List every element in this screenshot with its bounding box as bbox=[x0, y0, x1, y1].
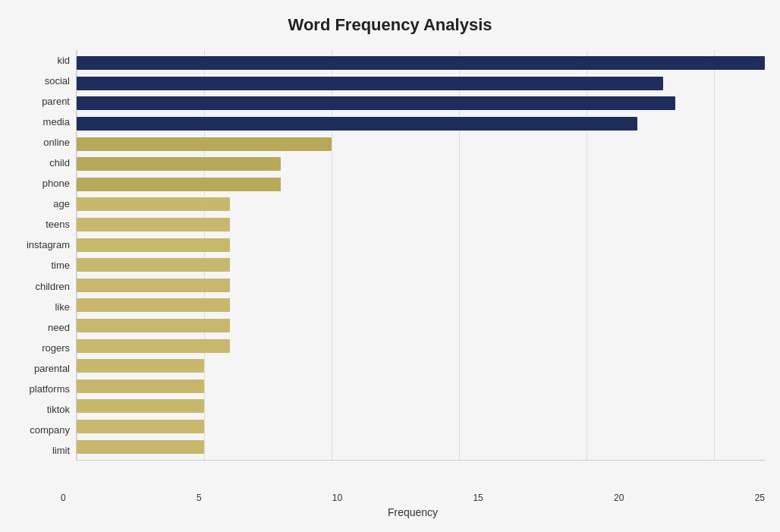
bar-online bbox=[77, 137, 332, 151]
y-label-online: online bbox=[43, 137, 70, 147]
x-tick-5: 5 bbox=[197, 493, 202, 503]
bar-company bbox=[77, 420, 204, 433]
bar-teens bbox=[77, 218, 230, 231]
x-tick-0: 0 bbox=[61, 493, 66, 503]
bar-need bbox=[77, 319, 230, 332]
bar-row-tiktok bbox=[77, 398, 765, 414]
bar-instagram bbox=[77, 238, 230, 252]
bar-row-instagram bbox=[77, 237, 765, 253]
bar-row-social bbox=[77, 75, 765, 92]
bars-wrapper bbox=[77, 50, 765, 460]
bar-child bbox=[77, 157, 281, 171]
y-label-children: children bbox=[35, 282, 70, 291]
y-label-instagram: instagram bbox=[27, 240, 70, 250]
bar-age bbox=[77, 197, 230, 211]
bar-row-kid bbox=[77, 55, 765, 71]
bars-and-grid bbox=[76, 50, 765, 461]
y-label-limit: limit bbox=[52, 445, 70, 455]
bar-row-children bbox=[77, 277, 765, 294]
bar-row-platforms bbox=[77, 378, 765, 395]
x-tick-20: 20 bbox=[614, 493, 624, 503]
y-label-parental: parental bbox=[34, 364, 70, 373]
bar-row-company bbox=[77, 418, 765, 435]
y-label-parent: parent bbox=[42, 96, 70, 106]
x-axis-label: Frequency bbox=[61, 506, 765, 518]
bar-limit bbox=[77, 440, 204, 454]
bar-social bbox=[77, 77, 663, 90]
y-label-child: child bbox=[49, 158, 70, 168]
y-label-tiktok: tiktok bbox=[47, 405, 70, 414]
x-tick-15: 15 bbox=[473, 493, 483, 503]
y-label-phone: phone bbox=[42, 178, 70, 188]
x-tick-25: 25 bbox=[755, 493, 765, 503]
chart-area: kidsocialparentmediaonlinechildphoneaget… bbox=[15, 50, 765, 461]
bar-rogers bbox=[77, 339, 230, 353]
y-label-teens: teens bbox=[46, 219, 70, 229]
y-label-platforms: platforms bbox=[30, 384, 70, 394]
y-label-need: need bbox=[48, 323, 70, 332]
y-axis-labels: kidsocialparentmediaonlinechildphoneaget… bbox=[15, 50, 76, 461]
bar-phone bbox=[77, 178, 281, 191]
bar-time bbox=[77, 258, 230, 272]
y-label-rogers: rogers bbox=[42, 343, 70, 353]
y-label-like: like bbox=[55, 302, 70, 312]
bar-parental bbox=[77, 359, 204, 373]
bar-row-age bbox=[77, 196, 765, 212]
bar-row-rogers bbox=[77, 338, 765, 354]
bar-media bbox=[77, 117, 637, 131]
chart-container: Word Frequency Analysis kidsocialparentm… bbox=[0, 0, 780, 532]
bar-row-online bbox=[77, 136, 765, 153]
chart-title: Word Frequency Analysis bbox=[15, 15, 765, 35]
bar-row-phone bbox=[77, 176, 765, 193]
x-tick-10: 10 bbox=[332, 493, 342, 503]
bar-row-time bbox=[77, 257, 765, 273]
bar-platforms bbox=[77, 379, 204, 393]
bar-row-child bbox=[77, 156, 765, 172]
bar-like bbox=[77, 298, 230, 312]
bar-row-need bbox=[77, 317, 765, 334]
bar-row-limit bbox=[77, 439, 765, 455]
bar-row-parent bbox=[77, 95, 765, 112]
bar-parent bbox=[77, 96, 675, 110]
bar-row-media bbox=[77, 115, 765, 132]
bar-row-parental bbox=[77, 357, 765, 374]
bar-kid bbox=[77, 56, 765, 70]
bar-tiktok bbox=[77, 399, 204, 413]
y-label-media: media bbox=[43, 117, 70, 127]
y-label-kid: kid bbox=[57, 55, 70, 65]
y-label-social: social bbox=[45, 76, 70, 86]
bar-row-like bbox=[77, 297, 765, 313]
bar-children bbox=[77, 279, 230, 292]
bar-row-teens bbox=[77, 216, 765, 233]
y-label-company: company bbox=[30, 425, 70, 435]
y-label-age: age bbox=[53, 199, 70, 209]
y-label-time: time bbox=[51, 260, 70, 270]
